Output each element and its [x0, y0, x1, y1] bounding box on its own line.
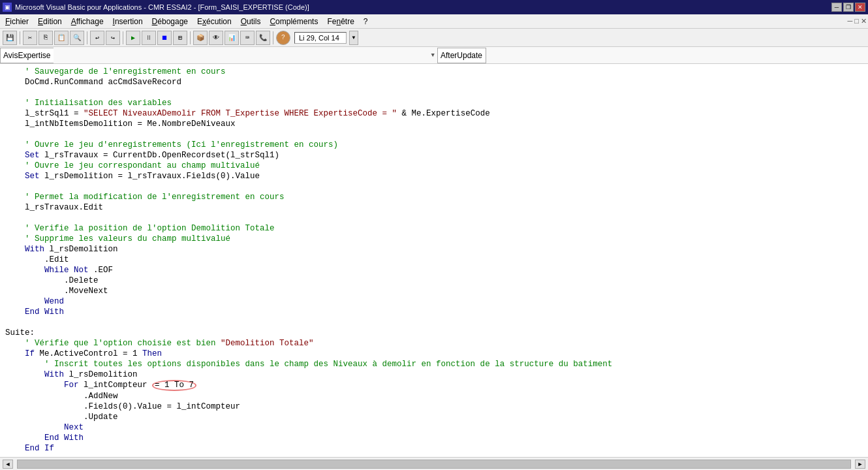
tb-paste-btn[interactable]: 📋 — [54, 31, 69, 45]
menu-affichage[interactable]: Affichage — [67, 16, 108, 27]
tb-undo-btn[interactable]: ↩ — [90, 31, 104, 45]
tb-watch-btn[interactable]: 👁 — [209, 31, 223, 45]
tb-reset-btn[interactable]: ⏹ — [157, 31, 172, 45]
tb-copy-btn[interactable]: ⎘ — [39, 31, 53, 45]
menu-debogage[interactable]: Débogage — [148, 16, 192, 27]
tb-redo-btn[interactable]: ↪ — [106, 31, 120, 45]
tb-run-btn[interactable]: ▶ — [126, 31, 140, 45]
tb-sep3 — [123, 31, 123, 44]
toolbar-scroll[interactable]: ▼ — [349, 31, 358, 45]
close-button[interactable]: ✕ — [855, 3, 865, 12]
menu-help[interactable]: ? — [360, 16, 372, 27]
tb-sep1 — [20, 31, 20, 44]
tb-design-btn[interactable]: ⊞ — [173, 31, 187, 45]
title-bar-buttons[interactable]: ─ ❐ ✕ — [831, 3, 865, 12]
toolbar: 💾 ✂ ⎘ 📋 🔍 ↩ ↪ ▶ ⏸ ⏹ ⊞ 📦 👁 📊 ⌨ 📞 ? Li 29,… — [0, 29, 868, 47]
tb-objbrowser-btn[interactable]: 📦 — [193, 31, 208, 45]
tb-sep5 — [273, 31, 273, 44]
menu-edition[interactable]: Edition — [34, 16, 66, 27]
tb-break-btn[interactable]: ⏸ — [142, 31, 156, 45]
tb-callstack-btn[interactable]: 📞 — [256, 31, 270, 45]
menu-bar: Fichier Edition Affichage Insertion Débo… — [0, 14, 868, 29]
title-bar-left: ▣ Microsoft Visual Basic pour Applicatio… — [3, 3, 309, 12]
tb-sep4 — [190, 31, 191, 44]
restore-button[interactable]: ❐ — [843, 3, 854, 12]
procedure-select[interactable]: AfterUpdate — [437, 48, 486, 63]
tb-save-btn[interactable]: 💾 — [3, 31, 17, 45]
tb-cut-btn[interactable]: ✂ — [23, 31, 37, 45]
menu-fenetre[interactable]: Fenêtre — [323, 16, 358, 27]
menu-complements[interactable]: Compléments — [266, 16, 322, 27]
tb-sep2 — [87, 31, 87, 44]
object-procedure-bar: AvisExpertise AfterUpdate — [0, 47, 868, 64]
cursor-position: Li 29, Col 14 — [294, 32, 347, 44]
tb-find-btn[interactable]: 🔍 — [70, 31, 84, 45]
title-bar: ▣ Microsoft Visual Basic pour Applicatio… — [0, 0, 868, 14]
vba-icon: ▣ — [3, 3, 12, 12]
menu-insertion[interactable]: Insertion — [109, 16, 147, 27]
status-scroll-left[interactable]: ◄ — [3, 460, 13, 469]
menu-outils[interactable]: Outils — [237, 16, 265, 27]
menu-fichier[interactable]: Fichier — [1, 16, 33, 27]
object-select-wrap[interactable]: AvisExpertise — [0, 48, 437, 63]
status-scroll-right[interactable]: ► — [855, 460, 865, 469]
code-editor[interactable]: ' Sauvegarde de l'enregistrement en cour… — [0, 64, 868, 457]
minimize-button[interactable]: ─ — [831, 3, 842, 12]
menu-close-area: ─ □ ✕ — [847, 17, 867, 25]
tb-immediate-btn[interactable]: ⌨ — [240, 31, 255, 45]
title-bar-text: Microsoft Visual Basic pour Applications… — [15, 3, 309, 11]
procedure-select-wrap[interactable]: AfterUpdate — [437, 48, 868, 63]
object-select[interactable]: AvisExpertise — [0, 48, 54, 63]
tb-local-btn[interactable]: 📊 — [225, 31, 239, 45]
menu-execution[interactable]: Exécution — [193, 16, 236, 27]
tb-help-btn[interactable]: ? — [276, 31, 290, 45]
status-bar: ◄ ► — [0, 457, 868, 470]
horizontal-scrollbar[interactable] — [17, 460, 851, 469]
mdi-controls: ─ □ ✕ — [847, 17, 867, 25]
